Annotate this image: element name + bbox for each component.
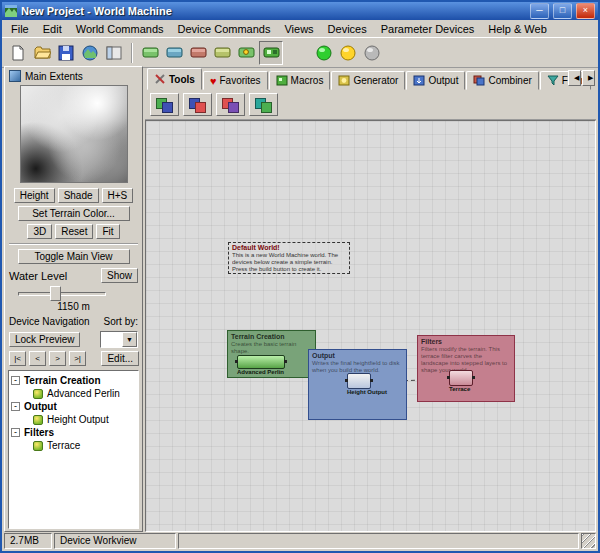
device-generator-icon[interactable] — [139, 42, 161, 64]
group-description: Writes the final heightfield to disk whe… — [312, 360, 403, 374]
note-line: devices below create a simple terrain. — [232, 259, 346, 266]
menu-devices[interactable]: Devices — [321, 22, 374, 36]
shade-button[interactable]: Shade — [58, 188, 99, 203]
menu-help-web[interactable]: Help & Web — [481, 22, 554, 36]
group-title: Filters — [421, 338, 511, 346]
menu-views[interactable]: Views — [277, 22, 320, 36]
slider-thumb[interactable] — [50, 286, 61, 301]
connection-wires — [146, 121, 596, 532]
toggle-main-view-button[interactable]: Toggle Main View — [18, 249, 130, 264]
menu-edit[interactable]: Edit — [36, 22, 69, 36]
device-tab-strip: Tools ♥ Favorites Macros Generator — [145, 66, 596, 90]
3d-button[interactable]: 3D — [27, 224, 52, 239]
minimize-button[interactable]: ─ — [530, 3, 549, 19]
lock-preview-button[interactable]: Lock Preview — [9, 332, 80, 347]
save-icon[interactable] — [55, 42, 77, 64]
tree-item-terrace[interactable]: Terrace — [33, 439, 136, 452]
divider — [9, 243, 138, 245]
tool-connect-icon[interactable] — [216, 93, 245, 116]
output-port[interactable] — [472, 376, 475, 379]
combiner-icon — [473, 75, 485, 86]
tab-favorites[interactable]: ♥ Favorites — [203, 71, 268, 90]
resize-grip[interactable] — [581, 533, 596, 549]
device-macro-icon[interactable] — [235, 42, 257, 64]
tab-label: Combiner — [488, 75, 531, 86]
input-port[interactable] — [447, 376, 450, 379]
default-world-note[interactable]: Default World! This is a new World Machi… — [228, 242, 350, 274]
device-workview-canvas[interactable]: Default World! This is a new World Machi… — [145, 120, 596, 532]
tree-item-label: Terrace — [47, 440, 80, 451]
nav-next-button[interactable]: > — [49, 351, 66, 366]
nav-prev-button[interactable]: < — [29, 351, 46, 366]
device-workview-toggle-icon[interactable] — [259, 41, 283, 65]
nav-first-button[interactable]: |< — [9, 351, 26, 366]
sort-by-label: Sort by: — [104, 316, 138, 327]
tool-select-icon[interactable] — [150, 93, 179, 116]
show-water-button[interactable]: Show — [101, 268, 138, 283]
terrain-preview[interactable] — [20, 85, 128, 183]
set-terrain-color-button[interactable]: Set Terrain Color... — [18, 206, 130, 221]
main-extents-header: Main Extents — [8, 69, 139, 84]
terrain-heightmap — [21, 86, 127, 182]
app-window: New Project - World Machine ─ □ × File E… — [0, 0, 600, 553]
input-port[interactable] — [235, 360, 238, 363]
tree-group-terrain-creation[interactable]: - Terrain Creation — [11, 374, 136, 387]
menu-world-commands[interactable]: World Commands — [69, 22, 171, 36]
nav-last-button[interactable]: >| — [69, 351, 86, 366]
maximize-button[interactable]: □ — [553, 3, 572, 19]
close-button[interactable]: × — [576, 3, 595, 19]
water-level-label: Water Level — [9, 270, 67, 282]
device-output-icon[interactable] — [163, 42, 185, 64]
device-combiner-icon[interactable] — [211, 42, 233, 64]
tree-item-advanced-perlin[interactable]: Advanced Perlin — [33, 387, 136, 400]
tree-group-label: Output — [24, 401, 57, 412]
combo-arrow-icon[interactable]: ▼ — [122, 332, 137, 347]
title-bar: New Project - World Machine ─ □ × — [2, 2, 598, 20]
collapse-icon[interactable]: - — [11, 428, 20, 437]
layout-icon[interactable] — [103, 42, 125, 64]
tree-group-filters[interactable]: - Filters — [11, 426, 136, 439]
output-port[interactable] — [370, 379, 373, 382]
hs-button[interactable]: H+S — [102, 188, 134, 203]
tab-combiner[interactable]: Combiner — [466, 71, 538, 90]
edit-button[interactable]: Edit... — [101, 351, 139, 366]
menu-parameter-devices[interactable]: Parameter Devices — [374, 22, 482, 36]
sort-by-combo[interactable]: ▼ — [100, 331, 138, 348]
status-spacer — [178, 533, 579, 549]
menu-file[interactable]: File — [4, 22, 36, 36]
menu-device-commands[interactable]: Device Commands — [171, 22, 278, 36]
device-filter-icon[interactable] — [187, 42, 209, 64]
fit-button[interactable]: Fit — [96, 224, 119, 239]
tree-group-output[interactable]: - Output — [11, 400, 136, 413]
tree-item-label: Advanced Perlin — [47, 388, 120, 399]
tab-scroll-right-icon[interactable]: ▶ — [582, 70, 595, 86]
tab-macros[interactable]: Macros — [269, 71, 331, 90]
tool-move-icon[interactable] — [183, 93, 212, 116]
input-port[interactable] — [345, 379, 348, 382]
group-description: Creates the basic terrain shape. — [231, 341, 312, 355]
device-advanced-perlin[interactable]: Advanced Perlin — [237, 355, 285, 376]
note-line: Press the build button to create it. — [232, 266, 346, 273]
collapse-icon[interactable]: - — [11, 402, 20, 411]
tree-group-label: Terrain Creation — [24, 375, 101, 386]
tab-label: Macros — [291, 75, 324, 86]
collapse-icon[interactable]: - — [11, 376, 20, 385]
water-level-slider[interactable] — [18, 286, 106, 300]
tool-palette — [145, 90, 596, 120]
build-world-icon[interactable] — [79, 42, 101, 64]
new-file-icon[interactable] — [7, 42, 29, 64]
output-port[interactable] — [284, 360, 287, 363]
tab-generator[interactable]: Generator — [331, 71, 405, 90]
tab-tools[interactable]: Tools — [147, 68, 202, 90]
device-terrace[interactable]: Terrace — [449, 370, 473, 393]
device-height-output[interactable]: Height Output — [347, 373, 387, 396]
tab-label: Tools — [169, 74, 195, 85]
tree-item-height-output[interactable]: Height Output — [33, 413, 136, 426]
device-bullet-icon — [33, 415, 43, 425]
tool-group-icon[interactable] — [249, 93, 278, 116]
tab-output[interactable]: Output — [406, 71, 465, 90]
tab-scroll-left-icon[interactable]: ◀ — [568, 70, 581, 86]
reset-button[interactable]: Reset — [55, 224, 93, 239]
open-file-icon[interactable] — [31, 42, 53, 64]
height-button[interactable]: Height — [14, 188, 55, 203]
